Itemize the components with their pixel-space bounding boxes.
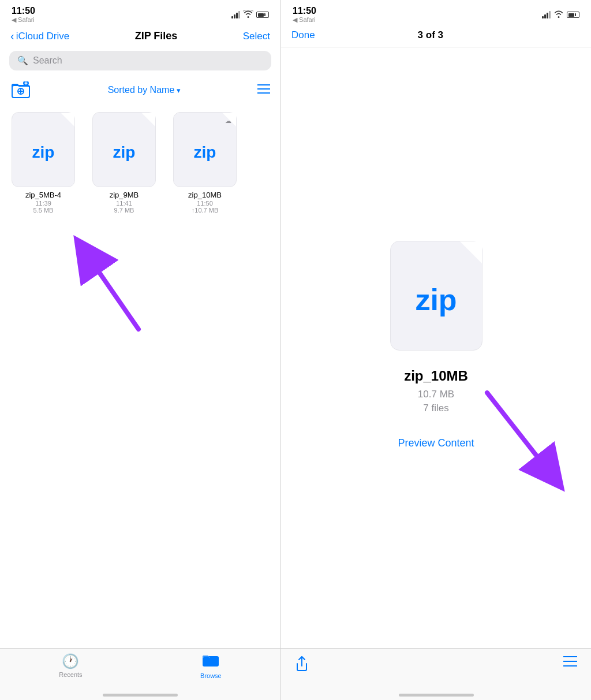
select-button[interactable]: Select — [243, 31, 270, 42]
file-count-label: 3 of 3 — [418, 29, 443, 41]
file-icon-zip5mb: zip — [12, 112, 75, 187]
file-grid: zip zip_5MB-4 11:39 5.5 MB zip zip_9MB 1… — [0, 106, 280, 214]
tab-label-browse: Browse — [200, 672, 222, 679]
clock-icon: 🕐 — [62, 653, 79, 669]
list-item[interactable]: ☁ zip zip_10MB 11:50 ↑10.7 MB — [167, 112, 242, 214]
right-status-bar: 11:50 ◀ Safari — [281, 0, 591, 26]
home-indicator — [103, 694, 178, 697]
detail-file-count: 7 files — [423, 403, 448, 414]
folder-icon — [203, 653, 219, 671]
battery-icon-right — [567, 12, 579, 18]
detail-file-size: 10.7 MB — [418, 389, 454, 400]
file-size: 9.7 MB — [114, 207, 134, 214]
file-icon-zip9mb: zip — [92, 112, 156, 187]
done-button[interactable]: Done — [291, 29, 315, 41]
right-status-icons — [542, 10, 579, 20]
new-folder-icon — [12, 81, 30, 99]
right-bottom-bar — [281, 648, 591, 700]
file-time: 11:41 — [116, 200, 132, 207]
search-bar[interactable]: 🔍 Search — [9, 51, 271, 70]
battery-icon — [256, 12, 269, 18]
back-button[interactable]: ‹ iCloud Drive — [10, 29, 69, 43]
right-back-label: ◀ Safari — [293, 16, 316, 24]
file-time: 11:39 — [35, 200, 51, 207]
list-item[interactable]: zip zip_5MB-4 11:39 5.5 MB — [6, 112, 81, 214]
tab-browse[interactable]: Browse — [200, 653, 222, 679]
right-main-content: zip zip_10MB 10.7 MB 7 files Preview Con… — [281, 47, 591, 700]
right-time: 11:50 — [293, 6, 316, 16]
search-icon: 🔍 — [17, 55, 28, 66]
big-zip-label: zip — [415, 282, 457, 317]
left-panel: 11:50 ◀ Safari — [0, 0, 281, 700]
left-time: 11:50 — [12, 6, 35, 16]
tab-label-recents: Recents — [59, 671, 82, 678]
right-nav-bar: Done 3 of 3 — [281, 26, 591, 47]
list-view-button[interactable] — [257, 84, 270, 97]
sort-button[interactable]: Sorted by Name ▾ — [108, 85, 181, 95]
signal-bars-icon-right — [542, 11, 551, 18]
tab-bar: 🕐 Recents Browse — [0, 648, 280, 700]
page-title: ZIP Files — [135, 30, 178, 42]
back-label: iCloud Drive — [16, 31, 70, 42]
chevron-left-icon: ‹ — [10, 29, 14, 43]
wifi-icon — [243, 10, 253, 20]
zip-label: zip — [113, 143, 136, 162]
wifi-icon-right — [553, 10, 564, 20]
detail-file-name: zip_10MB — [404, 368, 468, 384]
file-name: zip_9MB — [110, 191, 139, 199]
left-status-bar: 11:50 ◀ Safari — [0, 0, 280, 26]
file-size: ↑10.7 MB — [192, 207, 218, 214]
list-options-button[interactable] — [563, 656, 577, 670]
left-nav-bar: ‹ iCloud Drive ZIP Files Select — [0, 26, 280, 49]
file-name: zip_5MB-4 — [25, 191, 61, 199]
zip-label: zip — [194, 143, 216, 162]
sort-label: Sorted by Name — [108, 85, 175, 95]
file-size: 5.5 MB — [33, 207, 54, 214]
toolbar: Sorted by Name ▾ — [0, 76, 280, 106]
sort-arrow-icon: ▾ — [177, 86, 181, 95]
zip-label: zip — [32, 143, 55, 162]
tab-recents[interactable]: 🕐 Recents — [59, 653, 82, 678]
preview-content-button[interactable]: Preview Content — [398, 437, 474, 449]
list-item[interactable]: zip zip_9MB 11:41 9.7 MB — [87, 112, 162, 214]
new-folder-button[interactable] — [10, 80, 31, 100]
right-panel: 11:50 ◀ Safari Don — [281, 0, 591, 700]
left-back-label: ◀ Safari — [12, 16, 35, 24]
home-indicator-right — [399, 694, 474, 697]
left-status-icons — [231, 10, 269, 20]
cloud-icon: ☁ — [225, 117, 231, 125]
list-view-icon — [257, 84, 270, 94]
file-time: 11:50 — [197, 200, 213, 207]
search-input[interactable]: Search — [33, 55, 62, 66]
signal-bars-icon — [231, 11, 240, 18]
annotation-arrow-left — [58, 219, 150, 337]
big-file-icon: zip — [390, 241, 482, 351]
file-icon-zip10mb: ☁ zip — [173, 112, 237, 187]
share-button[interactable] — [295, 656, 309, 675]
file-name: zip_10MB — [188, 191, 222, 199]
